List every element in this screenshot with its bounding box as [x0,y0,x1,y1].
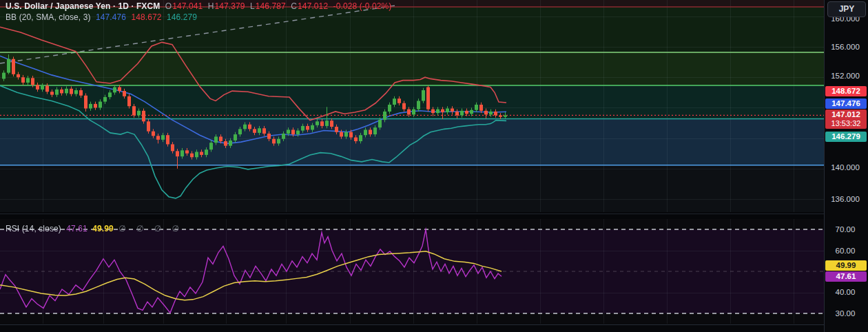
axis-price-badge: 146.279 [825,132,867,142]
time-axis[interactable] [0,324,824,332]
axis-price-badge: 47.61 [825,271,867,282]
axis-tick: 140.000 [825,163,866,172]
axis-tick: 40.00 [825,288,866,296]
bb-legend[interactable]: BB (20, SMA, close, 3) 147.476 148.672 1… [6,12,200,22]
change-value: -0.028 (-0.02%) [333,1,392,11]
open-value: 147.041 [172,1,203,11]
bb-basis-value: 147.476 [96,12,126,22]
axis-tick: 152.000 [825,72,866,80]
chart-canvas[interactable] [0,0,824,332]
axis-tick: 30.00 [825,309,866,318]
bb-lower-value: 146.279 [167,12,197,22]
close-label: C [291,1,297,11]
symbol-legend[interactable]: U.S. Dollar / Japanese Yen · 1D · FXCM O… [6,1,394,11]
low-label: L [250,1,255,11]
axis-price-badge: 147.476 [825,98,867,109]
rsi-empty-values: ∅ ∅ ∅ ∅ [118,224,183,234]
bb-label: BB (20, SMA, close, 3) [6,12,91,22]
chart-window: U.S. Dollar / Japanese Yen · 1D · FXCM O… [0,0,868,332]
price-axis[interactable]: JPY 160.000156.000152.000140.000136.0007… [824,0,868,332]
rsi-value: 47.61 [66,224,87,234]
open-label: O [165,1,172,11]
axis-tick: 60.00 [825,247,866,255]
close-value: 147.012 [298,1,328,11]
axis-tick: 70.00 [825,225,866,234]
rsi-legend[interactable]: RSI (14, close) 47.61 49.99 ∅ ∅ ∅ ∅ [6,224,186,234]
currency-toggle-button[interactable]: JPY [827,1,866,17]
axis-price-badge: 147.01213:53:32 [825,110,867,129]
high-value: 147.379 [214,1,245,11]
rsi-label: RSI (14, close) [6,224,61,234]
bb-upper-value: 148.672 [132,12,162,22]
high-label: H [208,1,214,11]
low-value: 146.787 [256,1,286,11]
axis-tick: 136.000 [825,195,866,203]
symbol-title: U.S. Dollar / Japanese Yen · 1D · FXCM [6,1,160,11]
rsi-ma-value: 49.99 [92,224,114,234]
axis-price-badge: 49.99 [825,260,867,271]
axis-price-badge: 148.672 [825,86,867,96]
axis-tick: 156.000 [825,43,866,51]
